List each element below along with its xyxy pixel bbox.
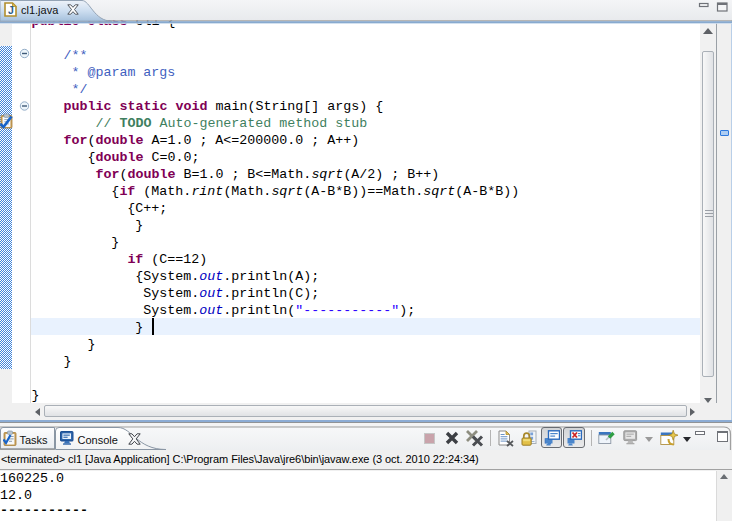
svg-text:J: J (8, 4, 14, 16)
